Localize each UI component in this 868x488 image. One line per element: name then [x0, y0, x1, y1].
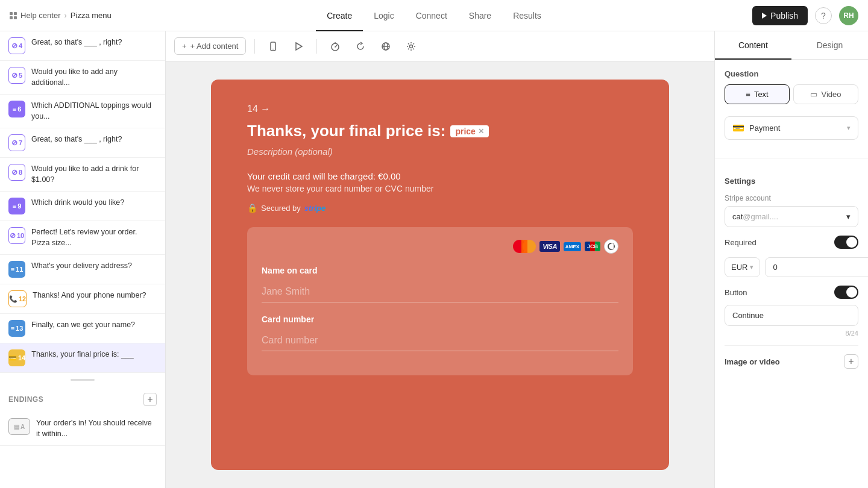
- grid-icon: [10, 12, 17, 19]
- publish-button[interactable]: Publish: [752, 6, 808, 25]
- sidebar-item-10[interactable]: ⊘10 Perfect! Let's review your order. Pi…: [0, 221, 165, 255]
- add-image-video-button[interactable]: +: [844, 354, 858, 369]
- sidebar-item-text-7: Great, so that's ___ , right?: [31, 134, 157, 145]
- item-badge-14: 💳14: [8, 349, 25, 366]
- panel-tab-design[interactable]: Design: [791, 32, 868, 60]
- timer-icon: [330, 42, 340, 51]
- required-toggle[interactable]: [834, 236, 858, 249]
- amount-input[interactable]: [765, 257, 868, 277]
- sidebar-item-14[interactable]: 💳14 Thanks, your final price is: ___: [0, 343, 165, 373]
- user-avatar[interactable]: RH: [839, 6, 858, 25]
- endings-label: Endings: [8, 395, 43, 404]
- type-text-button[interactable]: ≡ Text: [725, 84, 790, 104]
- panel-divider: [715, 158, 868, 158]
- sidebar-item-4[interactable]: ⊘4 Great, so that's ___ , right?: [0, 31, 165, 61]
- tab-connect[interactable]: Connect: [405, 1, 458, 31]
- settings-button[interactable]: [401, 37, 421, 56]
- mobile-preview-button[interactable]: [263, 37, 283, 56]
- name-on-card-input[interactable]: [262, 281, 618, 302]
- sidebar-item-8[interactable]: ⊘8 Would you like to add a drink for $1.…: [0, 158, 165, 192]
- image-video-row: Image or video +: [725, 354, 858, 369]
- sidebar-item-text-6: Which ADDITIONAL toppings would you...: [31, 101, 157, 122]
- settings-label: Settings: [725, 177, 858, 186]
- toolbar-separator-1: [254, 39, 255, 54]
- item-badge-11: ≡11: [8, 261, 25, 278]
- card-number-input[interactable]: [262, 330, 618, 351]
- item-badge-ending: ▤A: [8, 418, 30, 435]
- add-ending-button[interactable]: +: [143, 393, 157, 406]
- button-text-input[interactable]: [725, 305, 858, 326]
- stripe-account-value: cat@gmail....: [732, 212, 778, 221]
- sidebar-item-9[interactable]: ≡9 Which drink would you like?: [0, 192, 165, 221]
- button-section-label: Button: [725, 288, 747, 297]
- panel-tabs: Content Design: [715, 31, 868, 60]
- breadcrumb-app[interactable]: Help center: [20, 11, 60, 20]
- right-panel: Content Design Question ≡ Text ▭ Video 💳…: [714, 31, 868, 488]
- breadcrumb: Help center › Pizza menu: [10, 11, 222, 20]
- sidebar-item-6[interactable]: ≡6 Which ADDITIONAL toppings would you..…: [0, 95, 165, 128]
- breadcrumb-separator: ›: [64, 11, 66, 20]
- svg-point-10: [410, 45, 413, 48]
- image-video-label: Image or video: [725, 357, 780, 366]
- play-icon: [294, 42, 303, 51]
- item-badge-10: ⊘10: [8, 227, 25, 244]
- sidebar-item-ending-a[interactable]: ▤A Your order's in! You should receive i…: [0, 412, 165, 446]
- play-button[interactable]: [289, 37, 308, 56]
- refresh-button[interactable]: [351, 37, 370, 56]
- sidebar-item-text-5: Would you like to add any additional...: [31, 67, 157, 88]
- sidebar-item-13[interactable]: ≡13 Finally, can we get your name?: [0, 314, 165, 343]
- timer-button[interactable]: [326, 37, 345, 56]
- description-placeholder[interactable]: Description (optional): [247, 146, 633, 157]
- amex-icon: AMEX: [564, 242, 581, 251]
- tab-share[interactable]: Share: [458, 1, 502, 31]
- main-layout: ⊘4 Great, so that's ___ , right? ⊘5 Woul…: [0, 31, 868, 488]
- card-number-field: Card number: [262, 314, 618, 351]
- publish-play-icon: [762, 13, 767, 19]
- sidebar-item-11[interactable]: ≡11 What's your delivery address?: [0, 255, 165, 284]
- tab-create[interactable]: Create: [316, 1, 363, 31]
- text-type-label: Text: [754, 90, 769, 99]
- name-on-card-label: Name on card: [262, 266, 618, 275]
- add-content-label: + Add content: [190, 42, 239, 51]
- panel-question-section: Question ≡ Text ▭ Video 💳 Payment ▾: [715, 60, 868, 158]
- breadcrumb-page[interactable]: Pizza menu: [71, 11, 112, 20]
- price-tag-remove[interactable]: ✕: [478, 127, 484, 136]
- card-input-area: VISA AMEX JCB Name on card: [247, 227, 633, 375]
- add-content-button[interactable]: + + Add content: [174, 37, 246, 55]
- mastercard-icon: [513, 239, 536, 254]
- question-title: Thanks, your final price is: price ✕: [247, 122, 633, 140]
- nav-right: Publish ? RH: [646, 6, 858, 25]
- sidebar-item-text-9: Which drink would you like?: [31, 198, 157, 208]
- plus-icon: +: [182, 42, 187, 51]
- visa-icon: VISA: [539, 241, 560, 252]
- type-video-button[interactable]: ▭ Video: [793, 84, 858, 104]
- item-badge-6: ≡6: [8, 101, 25, 117]
- currency-dropdown[interactable]: EUR ▾: [725, 257, 760, 277]
- lock-icon: 🔒: [247, 203, 257, 213]
- sidebar: ⊘4 Great, so that's ___ , right? ⊘5 Woul…: [0, 31, 166, 488]
- currency-chevron: ▾: [750, 263, 753, 271]
- card-brands: VISA AMEX JCB: [262, 239, 618, 254]
- tab-logic[interactable]: Logic: [363, 1, 404, 31]
- sidebar-item-text-14: Thanks, your final price is: ___: [31, 349, 157, 360]
- sidebar-item-text-4: Great, so that's ___ , right?: [31, 37, 157, 48]
- price-tag[interactable]: price ✕: [450, 125, 488, 137]
- tab-results[interactable]: Results: [502, 1, 552, 31]
- sidebar-item-12[interactable]: 📞12 Thanks! And your phone number?: [0, 284, 165, 314]
- item-badge-5: ⊘5: [8, 67, 25, 84]
- help-button[interactable]: ?: [815, 7, 832, 24]
- stripe-brand: stripe: [304, 204, 326, 213]
- payment-type-dropdown[interactable]: 💳 Payment ▾: [725, 116, 858, 140]
- sidebar-item-5[interactable]: ⊘5 Would you like to add any additional.…: [0, 61, 165, 95]
- sidebar-item-7[interactable]: ⊘7 Great, so that's ___ , right?: [0, 128, 165, 158]
- language-button[interactable]: [376, 37, 395, 56]
- panel-tab-content[interactable]: Content: [715, 32, 791, 60]
- char-count: 8/24: [725, 330, 858, 337]
- panel-divider-2: [725, 345, 858, 346]
- button-row: Button: [725, 286, 858, 299]
- secured-by-text: Secured by: [261, 204, 301, 213]
- button-toggle[interactable]: [834, 286, 858, 299]
- sidebar-item-text-12: Thanks! And your phone number?: [33, 290, 157, 301]
- sidebar-item-text-13: Finally, can we get your name?: [31, 320, 157, 331]
- stripe-account-dropdown[interactable]: cat@gmail.... ▾: [725, 206, 858, 227]
